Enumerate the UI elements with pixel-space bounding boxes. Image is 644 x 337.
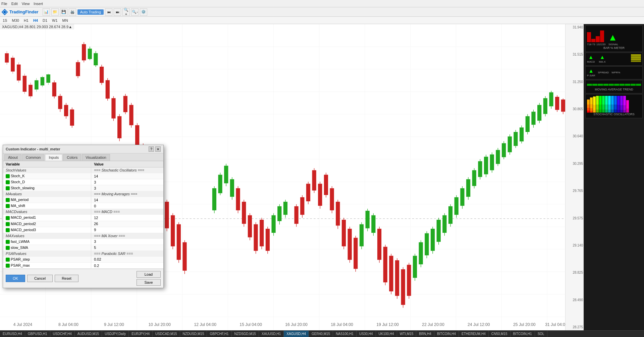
bottom-tab-uk100-h4[interactable]: UK100,H4	[376, 331, 397, 337]
svg-rect-172	[454, 197, 458, 214]
tf-m30[interactable]: M30	[10, 18, 20, 22]
tf-d1[interactable]: D1	[41, 18, 49, 22]
param-value-10[interactable]: 9	[91, 227, 163, 233]
tab-colors[interactable]: Colors	[63, 154, 81, 161]
param-name-13: slow_SMA	[11, 246, 28, 250]
bottom-tab-wti-m15[interactable]: WTI,M15	[397, 331, 417, 337]
param-value-2[interactable]: 3	[91, 179, 163, 185]
macd-arrow: ▲	[587, 54, 595, 60]
tab-about[interactable]: About	[4, 154, 21, 161]
bottom-tab-nzdusd-m15[interactable]: NZDUSD,M15	[180, 331, 207, 337]
bottom-tab-gbpusd-h1[interactable]: GBPUSD,H1	[25, 331, 50, 337]
svg-rect-34	[17, 65, 20, 80]
indicator-dialog[interactable]: Custom Indicator - multi_meter ? ✕ About…	[3, 145, 164, 288]
bottom-tab-nas100-h1[interactable]: NAS100,H1	[333, 331, 357, 337]
nav-back-btn[interactable]: ⏮	[105, 8, 112, 16]
psar-arrow: ▲	[587, 68, 595, 74]
bottom-tab-usdchf-h4[interactable]: USDCHF,H4	[50, 331, 75, 337]
table-row: MAXvalues=== MA Xover ===	[3, 233, 163, 239]
param-name-11: MAXvalues	[6, 234, 24, 238]
cancel-button[interactable]: Cancel	[27, 275, 53, 282]
tf-h4[interactable]: H4	[32, 18, 39, 22]
bottom-tab-ger40-m15[interactable]: GER40,M15	[309, 331, 333, 337]
macd-label: MACD	[587, 60, 595, 63]
bottom-tab-eurusd-h4[interactable]: EURUSD,H4	[0, 331, 25, 337]
zoom-out-btn[interactable]: 🔍-	[131, 8, 139, 16]
param-name-4: MAvalues	[6, 192, 22, 196]
param-value-5[interactable]: 14	[91, 197, 163, 203]
print-btn[interactable]: 🖨️	[69, 8, 76, 16]
tab-inputs[interactable]: Inputs	[45, 154, 62, 161]
svg-rect-162	[425, 233, 429, 255]
bottom-tab-usdjpy-daily[interactable]: USDJPY,Daily	[102, 331, 129, 337]
dialog-titlebar[interactable]: Custom Indicator - multi_meter ? ✕	[3, 145, 163, 153]
svg-rect-188	[502, 143, 506, 157]
dialog-close-btn[interactable]: ✕	[155, 146, 161, 152]
ok-button[interactable]: OK	[6, 275, 25, 282]
param-name-6: MA_shift	[11, 204, 25, 208]
menu-file[interactable]: File	[1, 2, 7, 6]
dialog-tabs: About Common Inputs Colors Visualization	[3, 153, 163, 161]
load-button[interactable]: Load	[137, 271, 161, 278]
svg-rect-102	[242, 202, 246, 224]
svg-rect-140	[360, 224, 364, 246]
tf-h1[interactable]: H1	[22, 18, 30, 22]
save-btn[interactable]: 💾	[60, 8, 67, 16]
chart-props-btn[interactable]: ⚙️	[140, 8, 147, 16]
nav-fwd-btn[interactable]: ⏭	[114, 8, 121, 16]
price-31515: 31.515	[566, 53, 583, 56]
svg-rect-30	[5, 53, 9, 62]
open-btn[interactable]: 📁	[51, 8, 59, 16]
chart-area[interactable]: XAGUSD,H4 28.801 29.003 28.674 28.9▲	[0, 24, 584, 330]
bottom-tab-xagusd-h4[interactable]: XAGUSD,H4	[284, 331, 309, 337]
dialog-content: Variable Value StochValues=== Stochastic…	[3, 161, 163, 269]
dialog-help-btn[interactable]: ?	[149, 146, 154, 152]
tf-mn[interactable]: MN	[61, 18, 69, 22]
param-value-12[interactable]: 3	[91, 239, 163, 245]
svg-rect-182	[484, 157, 488, 174]
param-value-16[interactable]: 0.2	[91, 263, 163, 269]
param-icon-16	[6, 264, 10, 268]
param-value-9[interactable]: 26	[91, 221, 163, 227]
table-row: StochValues=== Stochastic Oscillators ==…	[3, 167, 163, 173]
reset-button[interactable]: Reset	[55, 275, 78, 282]
param-name-12: fast_LWMA	[11, 240, 30, 244]
menu-insert[interactable]: Insert	[34, 2, 43, 6]
tf-1s[interactable]: 1S	[1, 18, 8, 22]
svg-rect-96	[224, 166, 228, 183]
param-value-15[interactable]: 0.02	[91, 256, 163, 262]
param-value-8[interactable]: 12	[91, 215, 163, 221]
bottom-tab-bitcoin-h4[interactable]: BITCOIN,H4	[434, 331, 459, 337]
bottom-tab-brn-h4[interactable]: BRN,H4	[416, 331, 434, 337]
param-value-3[interactable]: 3	[91, 185, 163, 191]
param-value-6[interactable]: 0	[91, 203, 163, 209]
param-value-13[interactable]: 5	[91, 245, 163, 251]
bottom-tab-usdcad-m15[interactable]: USDCAD,M15	[153, 331, 180, 337]
save-button[interactable]: Save	[137, 279, 161, 286]
param-value-1[interactable]: 14	[91, 173, 163, 179]
menu-edit[interactable]: Edit	[11, 2, 18, 6]
bottom-tab-gbpchf-h1[interactable]: GBPCHF,H1	[207, 331, 231, 337]
bottom-tab-audusd-m15[interactable]: AUDUSD,M15	[75, 331, 102, 337]
bottom-tab-bitcoin-h1[interactable]: BITCOIN,H1	[511, 331, 535, 337]
bottom-tab-eurjpy-h4[interactable]: EURJPY,H4	[129, 331, 153, 337]
menu-view[interactable]: View	[22, 2, 30, 6]
auto-trading-button[interactable]: Auto Trading	[77, 9, 104, 15]
tab-common[interactable]: Common	[22, 154, 45, 161]
bottom-tab-xauusd-h1[interactable]: XAUUSD,H1	[259, 331, 284, 337]
bottom-tab-ethereum-h4[interactable]: ETHEREUM,H4	[459, 331, 489, 337]
zoom-in-btn[interactable]: 🔍+	[122, 8, 130, 16]
svg-rect-174	[461, 189, 464, 206]
svg-rect-48	[58, 96, 62, 109]
tf-w1[interactable]: W1	[51, 18, 59, 22]
new-chart-btn[interactable]: 📊	[43, 8, 50, 16]
bottom-tab-nzdsgd-m15[interactable]: NZDSGD,M15	[232, 331, 259, 337]
svg-rect-52	[70, 110, 74, 125]
tab-visualization[interactable]: Visualization	[82, 154, 110, 161]
bottom-tab-us30-h4[interactable]: US30,H4	[357, 331, 376, 337]
table-row: MA_shift0	[3, 203, 163, 209]
param-name-14: PSARvalues	[6, 252, 26, 256]
svg-rect-190	[508, 137, 512, 152]
bottom-tab-sol[interactable]: SOL	[535, 331, 547, 337]
bottom-tab-cn50-m15[interactable]: CN50,M15	[489, 331, 511, 337]
